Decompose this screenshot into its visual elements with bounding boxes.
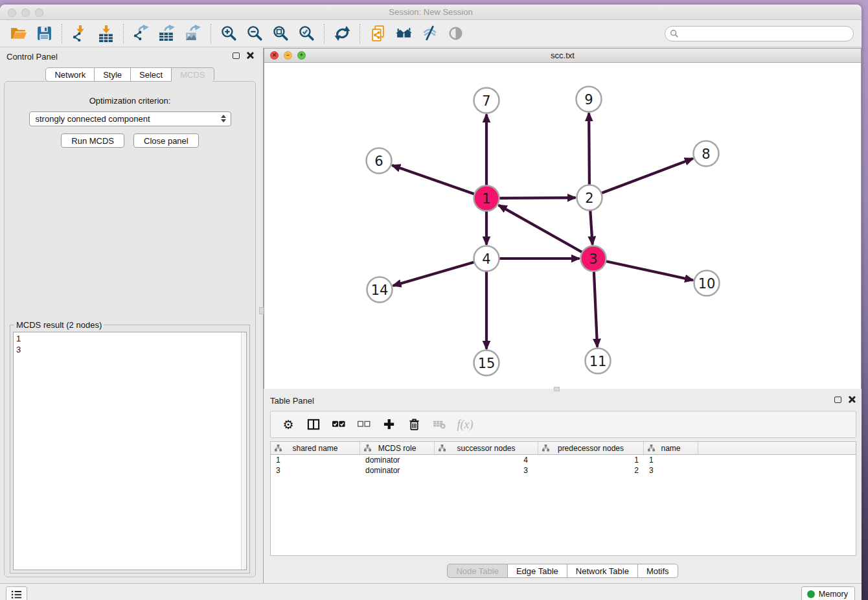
network-canvas[interactable]: 1234678910111415 (264, 63, 861, 389)
status-bar: Memory (0, 583, 862, 600)
graph-node-8[interactable]: 8 (694, 141, 719, 167)
deselect-all-columns-button[interactable] (354, 414, 374, 435)
graph-node-3[interactable]: 3 (581, 246, 606, 271)
desktop-background: Session: New Session Control Panel (0, 0, 868, 600)
import-network-button[interactable] (67, 22, 93, 45)
criterion-dropdown[interactable]: strongly connected component (29, 111, 231, 126)
zoom-in-button[interactable] (216, 22, 242, 45)
edge-2-8[interactable] (589, 159, 693, 198)
main-toolbar (0, 20, 862, 47)
close-panel-button[interactable]: Close panel (133, 133, 199, 148)
table-row[interactable]: 3dominator323 (271, 465, 856, 476)
export-table-button[interactable] (154, 22, 180, 45)
edge-3-1[interactable] (499, 205, 593, 259)
close-panel-icon[interactable] (848, 396, 855, 403)
deselect-all-columns-icon (358, 418, 371, 431)
ndex-browser-icon (395, 25, 413, 42)
tab-node-table[interactable]: Node Table (447, 564, 508, 578)
column-header-shared-name[interactable]: shared name (271, 442, 360, 454)
graph-node-9[interactable]: 9 (577, 87, 602, 112)
tab-select[interactable]: Select (131, 67, 172, 82)
table-cell: 2 (538, 465, 644, 476)
mcds-result-text[interactable]: 13 (13, 332, 247, 570)
refresh-button[interactable] (329, 22, 355, 45)
edge-4-14[interactable] (393, 259, 486, 286)
delete-column-button[interactable] (405, 414, 424, 435)
toolbar-separator (360, 24, 360, 43)
ndex-document-button[interactable] (365, 22, 391, 45)
graph-node-11[interactable]: 11 (586, 349, 611, 374)
tab-mcds[interactable]: MCDS (172, 67, 214, 82)
criterion-dropdown-value: strongly connected component (36, 114, 150, 124)
graph-node-7[interactable]: 7 (474, 88, 499, 113)
toolbar-separator (324, 24, 325, 43)
graph-node-1[interactable]: 1 (474, 186, 499, 211)
graph-node-14[interactable]: 14 (367, 277, 393, 303)
graph-node-15[interactable]: 15 (474, 351, 499, 376)
search-icon (670, 29, 679, 38)
ndex-browser-button[interactable] (391, 22, 417, 45)
node-label: 11 (589, 354, 607, 369)
show-graphics-details-icon (447, 25, 464, 42)
graph-node-6[interactable]: 6 (367, 148, 392, 174)
run-mcds-button[interactable]: Run MCDS (61, 133, 124, 148)
graph-node-10[interactable]: 10 (694, 271, 720, 296)
divider-grip[interactable] (554, 387, 560, 391)
zoom-selected-button[interactable] (293, 22, 319, 45)
add-column-button[interactable] (380, 414, 399, 435)
zoom-selected-icon (298, 25, 315, 42)
zoom-out-button[interactable] (242, 22, 268, 45)
dropdown-stepper-icon (221, 115, 226, 122)
refresh-icon (334, 25, 351, 42)
edge-3-10[interactable] (593, 259, 693, 280)
delete-table-button (430, 414, 450, 435)
float-panel-icon[interactable] (233, 52, 240, 59)
table-header-row: shared nameMCDS rolesuccessor nodesprede… (271, 442, 856, 455)
graph-node-4[interactable]: 4 (474, 246, 499, 271)
close-panel-icon[interactable] (246, 52, 253, 59)
column-header-predecessor-nodes[interactable]: predecessor nodes (538, 442, 644, 454)
column-sort-icon (542, 444, 549, 452)
optimization-criterion-label: Optimization criterion: (5, 96, 255, 106)
export-network-button[interactable] (128, 22, 154, 45)
open-file-icon (10, 25, 27, 42)
show-graphics-details-button[interactable] (442, 22, 468, 45)
tab-network-table[interactable]: Network Table (567, 564, 638, 578)
table-cell: 3 (435, 465, 538, 476)
application-window: Session: New Session Control Panel (0, 5, 862, 600)
network-view-frame: ✕ − + scc.txt 12346789101114 (264, 48, 862, 389)
graph-node-2[interactable]: 2 (577, 185, 602, 211)
memory-button[interactable]: Memory (801, 586, 855, 600)
result-line: 3 (16, 344, 244, 355)
result-scrollbar[interactable] (241, 332, 246, 570)
table-row[interactable]: 1dominator411 (271, 455, 856, 465)
split-view-button[interactable] (304, 414, 323, 435)
zoom-fit-button[interactable] (268, 22, 293, 45)
list-icon (10, 589, 23, 600)
select-all-columns-button[interactable] (329, 414, 348, 435)
tab-motifs[interactable]: Motifs (638, 564, 678, 578)
toolbar-separator (211, 24, 211, 43)
memory-label: Memory (819, 590, 848, 599)
hide-graphics-details-button[interactable] (417, 22, 442, 45)
network-graph: 1234678910111415 (264, 63, 861, 389)
hide-graphics-details-icon (421, 25, 439, 42)
import-table-button[interactable] (93, 22, 119, 45)
network-frame-titlebar[interactable]: ✕ − + scc.txt (264, 49, 861, 63)
column-header-successor-nodes[interactable]: successor nodes (435, 442, 538, 454)
export-image-button[interactable] (180, 22, 206, 45)
float-panel-icon[interactable] (834, 397, 841, 403)
column-settings-button[interactable]: ⚙ (279, 414, 298, 435)
search-field-wrap (665, 26, 854, 41)
edge-1-6[interactable] (392, 165, 486, 198)
export-network-icon (133, 25, 150, 42)
column-header-name[interactable]: name (644, 442, 698, 454)
save-session-button[interactable] (31, 22, 57, 45)
column-header-MCDS-role[interactable]: MCDS role (360, 442, 435, 454)
search-input[interactable] (665, 26, 854, 41)
tab-style[interactable]: Style (95, 67, 131, 82)
tab-network[interactable]: Network (45, 67, 95, 82)
task-history-button[interactable] (6, 586, 27, 600)
tab-edge-table[interactable]: Edge Table (508, 564, 567, 578)
open-file-button[interactable] (5, 22, 31, 45)
